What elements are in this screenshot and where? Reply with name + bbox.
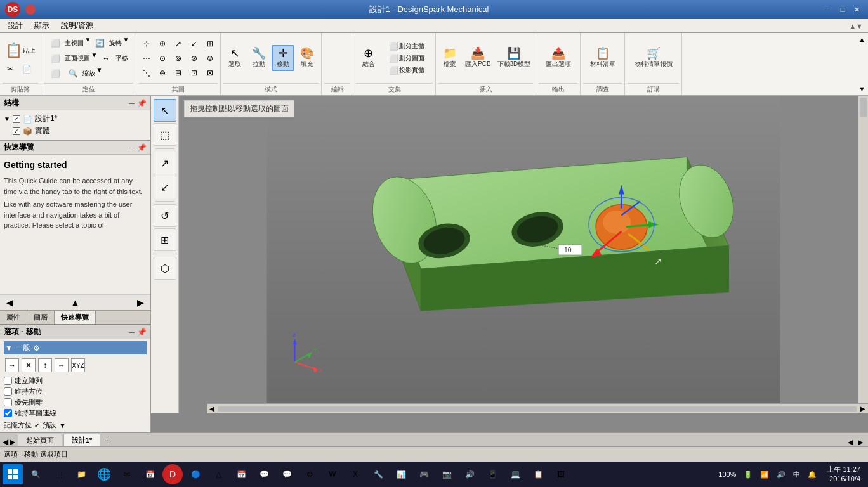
tab-scroll-right[interactable]: ▶ [855, 438, 865, 446]
preset-dropdown-icon[interactable]: ▼ [59, 422, 66, 429]
ribbon-expand[interactable]: ▼ [858, 85, 865, 93]
pull-mode-button[interactable]: 🔧 拉動 [247, 46, 270, 70]
pan-button[interactable]: ↔ [99, 51, 114, 65]
tab-quick-guide[interactable]: 快速導覽 [55, 311, 96, 324]
options-pin[interactable]: 📌 [137, 328, 147, 337]
menu-help[interactable]: 說明/資源 [56, 19, 98, 32]
v-scroll-thumb[interactable] [860, 98, 867, 117]
other-view-button[interactable]: ⬜ [48, 67, 63, 81]
opt-icon-arrow[interactable]: → [5, 358, 19, 372]
qg-scroll-up[interactable]: ▲ [67, 296, 84, 309]
other-icon4[interactable]: 🎮 [414, 464, 434, 484]
qg-next[interactable]: ▶ [133, 296, 148, 309]
viewport[interactable]: 拖曳控制點以移動選取的圖面 [179, 96, 868, 413]
tree-item-design[interactable]: ▼ ✓ 📄 設計1* [3, 113, 148, 125]
other-icon9[interactable]: 📋 [528, 464, 548, 484]
scroll-left-btn[interactable]: ◀ [208, 405, 216, 412]
move-mode-button[interactable]: ✛ 移動 [272, 45, 294, 71]
qg-pin[interactable]: 📌 [137, 143, 147, 152]
grid-btn-7[interactable]: ⊙ [155, 51, 170, 65]
close-button[interactable]: ✕ [850, 3, 863, 16]
opt-icon-cross[interactable]: ✕ [22, 358, 36, 372]
qg-prev[interactable]: ◀ [3, 296, 17, 309]
tab-properties[interactable]: 屬性 [0, 311, 27, 324]
home-view-button[interactable]: ⬜ [48, 36, 63, 50]
zoom-button[interactable]: 🔍 [66, 67, 81, 81]
tab-home[interactable]: 起始頁面 [18, 434, 62, 446]
paste-button[interactable]: 📋 貼上 [3, 40, 38, 62]
bom-button[interactable]: 📋 材料清單 [588, 46, 618, 70]
grid-btn-2[interactable]: ⊕ [155, 37, 170, 51]
grid-btn-14[interactable]: ⊡ [187, 66, 202, 80]
other-icon7[interactable]: 📱 [482, 464, 503, 484]
scroll-right-btn[interactable]: ▶ [859, 405, 867, 412]
opt-icon-horizontal[interactable]: ↔ [55, 358, 69, 372]
checkbox-input-array[interactable] [4, 377, 12, 385]
select-mode-button[interactable]: ↖ 選取 [223, 46, 246, 70]
checkbox-input-orientation[interactable] [4, 387, 12, 396]
grid-btn-12[interactable]: ⊝ [155, 66, 170, 80]
cut-button[interactable]: ✂ [3, 62, 18, 76]
gmail-icon[interactable]: ✉ [117, 464, 137, 484]
axis-y-btn[interactable]: ↙ [154, 176, 176, 198]
new-tab-btn[interactable]: + [102, 436, 112, 446]
solid-checkbox[interactable]: ✓ [13, 127, 20, 135]
tab-layers[interactable]: 圖層 [27, 311, 55, 324]
free-rotate-btn[interactable]: ↺ [154, 204, 176, 227]
snap-btn[interactable]: ⊞ [154, 228, 176, 251]
menu-view[interactable]: 顯示 [29, 19, 55, 32]
structure-pin[interactable]: 📌 [137, 99, 147, 108]
edge-icon[interactable]: 🌐 [94, 464, 114, 484]
tree-item-solid[interactable]: ✓ 📦 實體 [3, 125, 148, 137]
grid-btn-10[interactable]: ⊜ [202, 51, 218, 65]
combine-button[interactable]: ⊕ 結合 [357, 46, 380, 70]
line-icon[interactable]: 💬 [254, 464, 274, 484]
tab-nav-left[interactable]: ◀ [3, 438, 8, 446]
vertical-scrollbar[interactable] [858, 96, 868, 403]
qg-collapse[interactable]: ─ [129, 143, 135, 152]
checkbox-maintain-orientation[interactable]: 維持方位 [4, 387, 147, 396]
task-view-icon[interactable]: ⬚ [48, 464, 69, 484]
other-icon6[interactable]: 🔊 [459, 464, 480, 484]
axis-x-btn[interactable]: ↗ [154, 152, 176, 174]
grid-btn-6[interactable]: ⋯ [139, 51, 154, 65]
grid-btn-9[interactable]: ⊛ [187, 51, 202, 65]
solid-tool-btn[interactable]: ⬡ [154, 257, 176, 280]
tab-nav-right[interactable]: ▶ [10, 438, 15, 446]
grid-btn-3[interactable]: ↗ [171, 37, 186, 51]
front-view-button[interactable]: ⬜ [48, 51, 63, 65]
rotate-button[interactable]: 🔄 [93, 36, 108, 50]
calendar-icon[interactable]: 📅 [140, 464, 160, 484]
start-button[interactable] [3, 464, 23, 484]
checkbox-input-delete[interactable] [4, 398, 12, 406]
select-tool-btn[interactable]: ↖ [154, 99, 176, 122]
calendar2-icon[interactable]: 📅 [231, 464, 251, 484]
checkbox-priority-delete[interactable]: 優先刪離 [4, 398, 147, 407]
other-icon8[interactable]: 💻 [505, 464, 525, 484]
excel-icon[interactable]: X [345, 464, 365, 484]
structure-collapse[interactable]: ─ [129, 99, 135, 108]
h-scroll-thumb[interactable] [218, 406, 857, 412]
notification-icon[interactable]: 🔔 [805, 471, 819, 479]
file-button[interactable]: 📁 檔案 [438, 46, 461, 70]
grid-btn-15[interactable]: ⊠ [202, 66, 218, 80]
file-explorer-icon[interactable]: 📁 [71, 464, 91, 484]
download-3d-button[interactable]: 💾 下載3D模型 [495, 46, 534, 70]
other-icon1[interactable]: ⚙ [299, 464, 320, 484]
minimize-button[interactable]: ─ [822, 3, 835, 16]
grid-btn-1[interactable]: ⊹ [139, 37, 154, 51]
canvas-3d[interactable]: 10 ↗ Z [179, 96, 868, 413]
transform-tool-btn[interactable]: ⬚ [154, 123, 176, 146]
order-button[interactable]: 🛒 物料清單報價 [632, 46, 675, 70]
split-body-button[interactable]: ⬜ 劃分主體 [381, 41, 432, 52]
tab-scroll-left[interactable]: ◀ [845, 438, 855, 446]
fill-mode-button[interactable]: 🎨 填充 [296, 46, 319, 70]
options-collapse[interactable]: ─ [129, 328, 135, 337]
grid-btn-4[interactable]: ↙ [187, 37, 202, 51]
opt-icon-xyz[interactable]: XYZ [71, 358, 85, 372]
export-button[interactable]: 📤 匯出選項 [543, 46, 574, 70]
ribbon-collapse[interactable]: ▲ [858, 36, 865, 43]
checkbox-create-array[interactable]: 建立陣列 [4, 376, 147, 386]
project-solid-button[interactable]: ⬜ 投影實體 [381, 65, 432, 76]
other-icon5[interactable]: 📷 [437, 464, 457, 484]
